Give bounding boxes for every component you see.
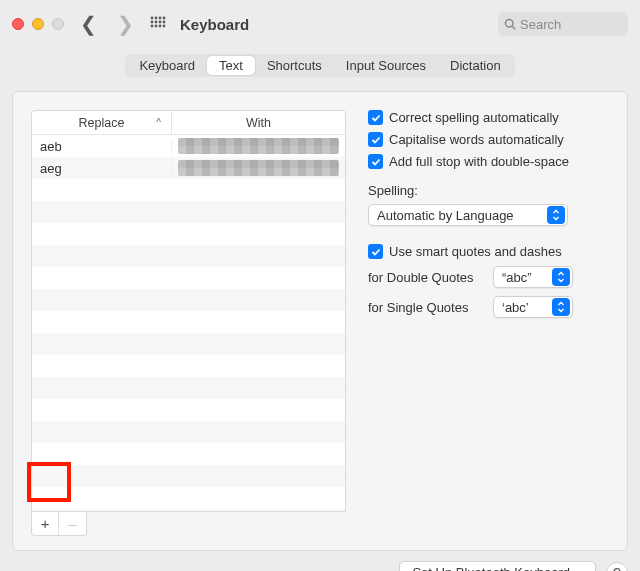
checkmark-icon xyxy=(368,154,383,169)
svg-point-4 xyxy=(151,21,154,24)
stepper-icon xyxy=(552,298,570,316)
minimize-window-icon[interactable] xyxy=(32,18,44,30)
svg-point-3 xyxy=(163,17,166,20)
column-header-with[interactable]: With xyxy=(172,111,345,134)
svg-point-11 xyxy=(163,25,166,28)
double-quotes-popup[interactable]: “abc” xyxy=(493,266,573,288)
cell-with-redacted xyxy=(178,160,339,176)
checkbox-capitalise[interactable]: Capitalise words automatically xyxy=(368,132,609,147)
checkmark-icon xyxy=(368,244,383,259)
sort-indicator-icon: ^ xyxy=(156,117,161,128)
checkmark-icon xyxy=(368,132,383,147)
main-panel: Replace ^ With aeb aeg xyxy=(12,91,628,551)
checkbox-label: Add full stop with double-space xyxy=(389,154,569,169)
svg-point-2 xyxy=(159,17,162,20)
cell-replace: aeg xyxy=(32,161,172,176)
checkbox-full-stop[interactable]: Add full stop with double-space xyxy=(368,154,609,169)
table-controls: + – xyxy=(31,512,87,536)
replacements-table[interactable]: Replace ^ With aeb aeg xyxy=(31,110,346,512)
checkmark-icon xyxy=(368,110,383,125)
titlebar: ❮ ❯ Keyboard Search xyxy=(0,0,640,48)
search-placeholder: Search xyxy=(520,17,561,32)
tab-input-sources[interactable]: Input Sources xyxy=(334,56,438,75)
svg-point-0 xyxy=(151,17,154,20)
tab-text[interactable]: Text xyxy=(207,56,255,75)
add-button[interactable]: + xyxy=(32,512,59,535)
tab-bar: Keyboard Text Shortcuts Input Sources Di… xyxy=(12,54,628,77)
cell-replace: aeb xyxy=(32,139,172,154)
svg-point-7 xyxy=(163,21,166,24)
zoom-window-icon xyxy=(52,18,64,30)
single-quotes-label: for Single Quotes xyxy=(368,300,483,315)
spelling-value: Automatic by Language xyxy=(377,208,514,223)
spelling-label: Spelling: xyxy=(368,183,609,198)
double-quotes-label: for Double Quotes xyxy=(368,270,483,285)
tab-dictation[interactable]: Dictation xyxy=(438,56,513,75)
svg-point-8 xyxy=(151,25,154,28)
spelling-popup[interactable]: Automatic by Language xyxy=(368,204,568,226)
single-quotes-value: ‘abc’ xyxy=(502,300,529,315)
checkbox-correct-spelling[interactable]: Correct spelling automatically xyxy=(368,110,609,125)
column-header-replace[interactable]: Replace ^ xyxy=(32,111,172,134)
tab-shortcuts[interactable]: Shortcuts xyxy=(255,56,334,75)
svg-point-10 xyxy=(159,25,162,28)
table-row[interactable]: aeg xyxy=(32,157,345,179)
double-quotes-value: “abc” xyxy=(502,270,532,285)
svg-point-5 xyxy=(155,21,158,24)
checkbox-label: Capitalise words automatically xyxy=(389,132,564,147)
svg-line-13 xyxy=(512,26,515,29)
checkbox-label: Use smart quotes and dashes xyxy=(389,244,562,259)
back-button[interactable]: ❮ xyxy=(76,12,101,36)
forward-button: ❯ xyxy=(113,12,138,36)
window-title: Keyboard xyxy=(180,16,249,33)
svg-point-1 xyxy=(155,17,158,20)
checkbox-smart-quotes[interactable]: Use smart quotes and dashes xyxy=(368,244,609,259)
apps-grid-icon[interactable] xyxy=(150,16,166,32)
help-button[interactable]: ? xyxy=(606,562,628,572)
checkbox-label: Correct spelling automatically xyxy=(389,110,559,125)
svg-point-9 xyxy=(155,25,158,28)
stepper-icon xyxy=(552,268,570,286)
search-icon xyxy=(504,18,516,30)
stepper-icon xyxy=(547,206,565,224)
svg-point-12 xyxy=(506,20,514,28)
table-row[interactable]: aeb xyxy=(32,135,345,157)
single-quotes-popup[interactable]: ‘abc’ xyxy=(493,296,573,318)
close-window-icon[interactable] xyxy=(12,18,24,30)
window-controls xyxy=(12,18,64,30)
tab-keyboard[interactable]: Keyboard xyxy=(127,56,207,75)
remove-button: – xyxy=(59,512,86,535)
bluetooth-button[interactable]: Set Up Bluetooth Keyboard… xyxy=(399,561,596,571)
search-field[interactable]: Search xyxy=(498,12,628,36)
cell-with-redacted xyxy=(178,138,339,154)
svg-point-6 xyxy=(159,21,162,24)
